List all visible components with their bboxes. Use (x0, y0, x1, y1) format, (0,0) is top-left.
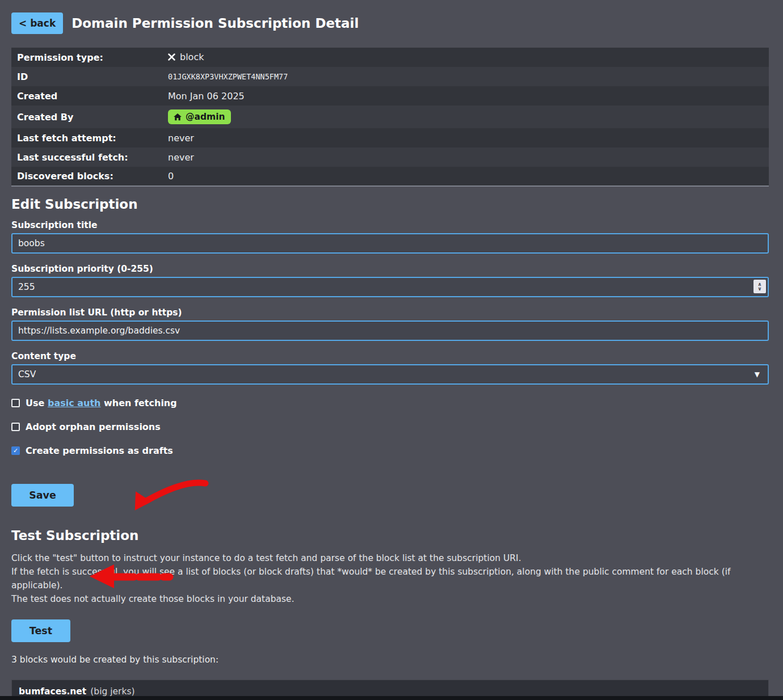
subscription-info-table: Permission type: block ID 01JGXK8XP3VHXZ… (11, 48, 769, 187)
page-title: Domain Permission Subscription Detail (71, 16, 359, 31)
content-type-field: Content type CSV ▼ (11, 351, 769, 385)
adopt-orphans-checkbox[interactable] (11, 423, 20, 431)
page-header: < back Domain Permission Subscription De… (11, 12, 769, 34)
test-description: Click the "test" button to instruct your… (11, 551, 769, 606)
subscription-priority-field: Subscription priority (0-255) ∧∨ (11, 264, 769, 297)
block-domain: bumfaces.net (19, 686, 86, 697)
table-row: Permission type: block (11, 48, 769, 67)
spinner-down-icon[interactable]: ∨ (757, 286, 761, 291)
adopt-orphans-checkbox-label: Adopt orphan permissions (26, 421, 161, 432)
basic-auth-checkbox-label: Use basic auth when fetching (26, 398, 177, 408)
back-button[interactable]: < back (11, 12, 63, 34)
row-label: Created (11, 86, 162, 106)
row-label: Discovered blocks: (11, 167, 162, 186)
table-row: Created By @admin (11, 106, 769, 128)
content-type-label: Content type (11, 351, 769, 361)
permission-type-text: block (180, 52, 204, 62)
table-row: Discovered blocks: 0 (11, 167, 769, 186)
test-subscription-heading: Test Subscription (11, 528, 769, 543)
subscription-id-value: 01JGXK8XP3VHXZPWET4NN5FM77 (162, 67, 769, 86)
created-by-username: @admin (186, 112, 225, 122)
subscription-title-label: Subscription title (11, 220, 769, 230)
test-description-line: If the fetch is successful, you will see… (11, 565, 769, 592)
basic-auth-link[interactable]: basic auth (48, 398, 101, 408)
last-successful-fetch-value: never (162, 147, 769, 167)
create-drafts-checkbox-row[interactable]: ✓ Create permissions as drafts (11, 445, 769, 456)
row-label: Created By (11, 106, 162, 128)
subscription-title-input[interactable] (11, 233, 769, 254)
page-bottom-edge (0, 696, 783, 700)
created-by-admin-badge[interactable]: @admin (168, 109, 231, 124)
permission-list-url-field: Permission list URL (http or https) (11, 307, 769, 341)
block-comment: (big jerks) (90, 686, 134, 697)
permission-list-url-input[interactable] (11, 321, 769, 341)
created-date-value: Mon Jan 06 2025 (162, 86, 769, 106)
content-type-selected-value: CSV (18, 369, 36, 379)
discovered-blocks-value: 0 (162, 167, 769, 186)
test-button[interactable]: Test (11, 619, 70, 642)
row-label: Last successful fetch: (11, 147, 162, 167)
chevron-down-icon: ▼ (755, 370, 760, 378)
last-fetch-attempt-value: never (162, 128, 769, 147)
test-result-summary: 3 blocks would be created by this subscr… (11, 655, 769, 665)
home-icon (174, 113, 182, 121)
adopt-orphans-checkbox-row[interactable]: Adopt orphan permissions (11, 421, 769, 432)
test-description-line: Click the "test" button to instruct your… (11, 551, 769, 565)
edit-subscription-heading: Edit Subscription (11, 197, 769, 212)
test-description-line: The test does not actually create those … (11, 592, 769, 606)
basic-auth-checkbox[interactable] (11, 399, 20, 407)
content-type-select[interactable]: CSV ▼ (11, 364, 769, 385)
table-row: Created Mon Jan 06 2025 (11, 86, 769, 106)
create-drafts-checkbox[interactable]: ✓ (11, 446, 20, 455)
domain-permission-subscription-detail-page: < back Domain Permission Subscription De… (0, 0, 783, 700)
save-button[interactable]: Save (11, 484, 74, 507)
subscription-title-field: Subscription title (11, 220, 769, 254)
create-drafts-checkbox-label: Create permissions as drafts (26, 445, 173, 456)
row-label: Permission type: (11, 48, 162, 67)
row-label: ID (11, 67, 162, 86)
table-row: ID 01JGXK8XP3VHXZPWET4NN5FM77 (11, 67, 769, 86)
number-input-spinner[interactable]: ∧∨ (753, 280, 766, 293)
permission-type-value: block (168, 52, 204, 62)
basic-auth-checkbox-row[interactable]: Use basic auth when fetching (11, 398, 769, 408)
row-label: Last fetch attempt: (11, 128, 162, 147)
table-row: Last fetch attempt: never (11, 128, 769, 147)
block-x-icon (168, 53, 175, 61)
subscription-priority-label: Subscription priority (0-255) (11, 264, 769, 274)
permission-list-url-label: Permission list URL (http or https) (11, 307, 769, 318)
table-row: Last successful fetch: never (11, 147, 769, 167)
subscription-priority-input[interactable] (11, 277, 769, 297)
